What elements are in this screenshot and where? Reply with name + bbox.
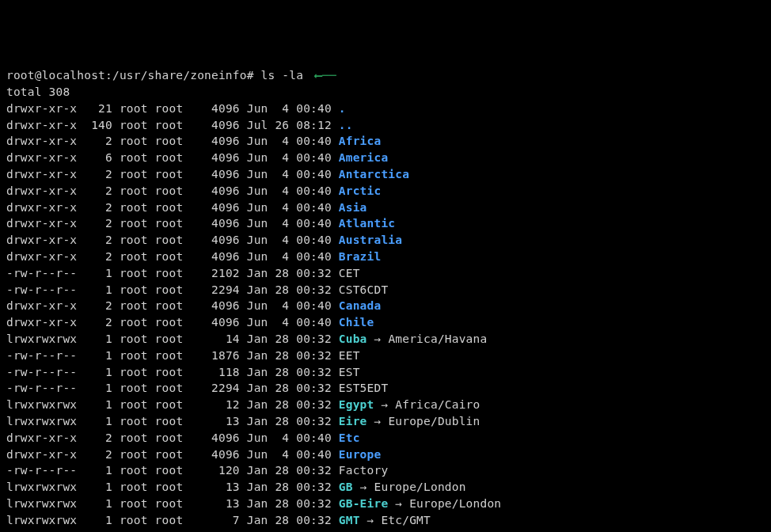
size: 12 bbox=[190, 398, 240, 411]
listing-row: drwxr-xr-x 2 root root 4096 Jun 4 00:40 … bbox=[6, 215, 765, 232]
file-name: America bbox=[339, 151, 389, 164]
links: 140 bbox=[84, 119, 112, 131]
group: root bbox=[155, 497, 184, 510]
date: Jan 28 00:32 bbox=[247, 398, 332, 411]
terminal-output[interactable]: root@localhost:/usr/share/zoneinfo# ls -… bbox=[6, 67, 765, 532]
owner: root bbox=[120, 119, 148, 131]
owner: root bbox=[120, 217, 148, 230]
owner: root bbox=[120, 497, 148, 510]
owner: root bbox=[120, 201, 148, 214]
file-name: Africa bbox=[339, 135, 382, 147]
links: 2 bbox=[84, 250, 112, 263]
group: root bbox=[155, 431, 184, 444]
group: root bbox=[155, 332, 184, 345]
owner: root bbox=[120, 184, 148, 197]
symlink-arrow-icon: → bbox=[374, 415, 382, 428]
perm: lrwxrwxrwx bbox=[6, 514, 77, 526]
file-name: Cuba bbox=[339, 332, 367, 345]
links: 2 bbox=[84, 201, 112, 214]
listing-row: drwxr-xr-x 2 root root 4096 Jun 4 00:40 … bbox=[6, 446, 765, 463]
listing-row: lrwxrwxrwx 1 root root 14 Jan 28 00:32 C… bbox=[6, 331, 765, 348]
links: 2 bbox=[84, 234, 112, 246]
file-name: EST bbox=[339, 366, 360, 378]
listing-row: drwxr-xr-x 2 root root 4096 Jun 4 00:40 … bbox=[6, 133, 765, 150]
group: root bbox=[155, 217, 184, 230]
size: 14 bbox=[190, 332, 240, 345]
prompt-user-host: root@localhost bbox=[6, 69, 105, 82]
file-name: Atlantic bbox=[339, 217, 395, 230]
listing-row: drwxr-xr-x 21 root root 4096 Jun 4 00:40… bbox=[6, 101, 765, 117]
listing-row: drwxr-xr-x 2 root root 4096 Jun 4 00:40 … bbox=[6, 200, 765, 216]
symlink-target: Europe/Dublin bbox=[388, 415, 480, 428]
listing-row: lrwxrwxrwx 1 root root 13 Jan 28 00:32 G… bbox=[6, 496, 765, 512]
group: root bbox=[155, 102, 184, 115]
file-name: Etc bbox=[339, 431, 360, 444]
date: Jan 28 00:32 bbox=[247, 382, 332, 394]
listing-row: lrwxrwxrwx 1 root root 7 Jan 28 00:32 GM… bbox=[6, 529, 765, 533]
file-name: Egypt bbox=[339, 398, 374, 411]
group: root bbox=[155, 151, 184, 164]
group: root bbox=[155, 398, 184, 411]
listing-row: lrwxrwxrwx 1 root root 13 Jan 28 00:32 G… bbox=[6, 479, 765, 496]
date: Jun 4 00:40 bbox=[247, 102, 332, 115]
owner: root bbox=[120, 514, 148, 526]
links: 1 bbox=[84, 398, 112, 411]
symlink-target: America/Havana bbox=[388, 332, 487, 345]
date: Jan 28 00:32 bbox=[247, 497, 332, 510]
date: Jan 28 00:32 bbox=[247, 464, 332, 477]
size: 2102 bbox=[190, 267, 240, 279]
group: root bbox=[155, 184, 184, 197]
owner: root bbox=[120, 250, 148, 263]
date: Jan 28 00:32 bbox=[247, 332, 332, 345]
perm: drwxr-xr-x bbox=[6, 119, 77, 131]
perm: -rw-r--r-- bbox=[6, 464, 77, 477]
links: 2 bbox=[84, 135, 112, 147]
links: 1 bbox=[84, 366, 112, 378]
links: 1 bbox=[84, 415, 112, 428]
links: 1 bbox=[84, 267, 112, 279]
group: root bbox=[155, 234, 184, 246]
date: Jan 28 00:32 bbox=[247, 366, 332, 378]
size: 2294 bbox=[190, 283, 240, 296]
perm: lrwxrwxrwx bbox=[6, 415, 77, 428]
owner: root bbox=[120, 135, 148, 147]
links: 1 bbox=[84, 349, 112, 362]
listing-row: drwxr-xr-x 2 root root 4096 Jun 4 00:40 … bbox=[6, 314, 765, 331]
perm: drwxr-xr-x bbox=[6, 151, 77, 164]
size: 4096 bbox=[190, 135, 240, 147]
listing-row: drwxr-xr-x 2 root root 4096 Jun 4 00:40 … bbox=[6, 183, 765, 200]
owner: root bbox=[120, 382, 148, 394]
perm: drwxr-xr-x bbox=[6, 316, 77, 329]
listing-row: -rw-r--r-- 1 root root 120 Jan 28 00:32 … bbox=[6, 462, 765, 479]
size: 4096 bbox=[190, 119, 240, 131]
size: 4096 bbox=[190, 250, 240, 263]
links: 1 bbox=[84, 481, 112, 493]
file-name: GB bbox=[339, 481, 353, 493]
links: 1 bbox=[84, 332, 112, 345]
date: Jun 4 00:40 bbox=[247, 250, 332, 263]
listing-row: lrwxrwxrwx 1 root root 13 Jan 28 00:32 E… bbox=[6, 413, 765, 430]
group: root bbox=[155, 366, 184, 378]
file-name: Australia bbox=[339, 234, 402, 246]
file-name: EST5EDT bbox=[339, 382, 389, 394]
perm: lrwxrwxrwx bbox=[6, 497, 77, 510]
listing-row: -rw-r--r-- 1 root root 2294 Jan 28 00:32… bbox=[6, 282, 765, 298]
owner: root bbox=[120, 448, 148, 461]
owner: root bbox=[120, 102, 148, 115]
size: 4096 bbox=[190, 168, 240, 180]
date: Jun 4 00:40 bbox=[247, 135, 332, 147]
links: 1 bbox=[84, 464, 112, 477]
group: root bbox=[155, 316, 184, 329]
group: root bbox=[155, 382, 184, 394]
date: Jun 4 00:40 bbox=[247, 151, 332, 164]
size: 4096 bbox=[190, 234, 240, 246]
perm: lrwxrwxrwx bbox=[6, 332, 77, 345]
file-name: Asia bbox=[339, 201, 367, 214]
group: root bbox=[155, 464, 184, 477]
perm: drwxr-xr-x bbox=[6, 217, 77, 230]
group: root bbox=[155, 349, 184, 362]
perm: -rw-r--r-- bbox=[6, 283, 77, 296]
size: 13 bbox=[190, 415, 240, 428]
date: Jun 4 00:40 bbox=[247, 448, 332, 461]
links: 2 bbox=[84, 316, 112, 329]
